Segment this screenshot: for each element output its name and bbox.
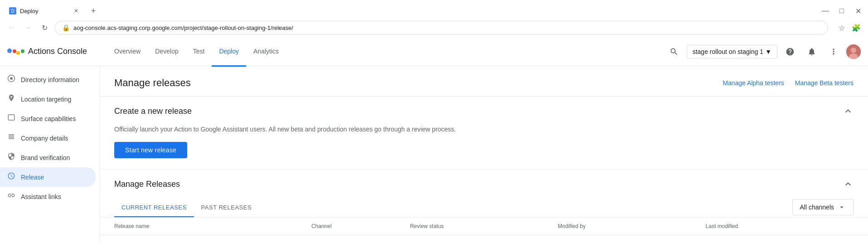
help-button[interactable] bbox=[781, 43, 799, 61]
assistant-links-icon bbox=[7, 191, 15, 202]
sidebar-label-brand-verification: Brand verification bbox=[21, 154, 70, 161]
project-selector[interactable]: stage rollout on staging 1 ▼ bbox=[687, 45, 777, 58]
create-release-section-header: Create a new release bbox=[100, 97, 868, 126]
project-dropdown-icon: ▼ bbox=[765, 48, 771, 55]
logo-dot-red bbox=[13, 49, 16, 53]
google-logo bbox=[7, 49, 24, 55]
tab-bar: D Deploy ✕ + — □ ✕ bbox=[0, 0, 868, 18]
channel-selector-label: All channels bbox=[800, 204, 834, 211]
location-targeting-icon bbox=[7, 94, 15, 104]
search-button[interactable] bbox=[665, 43, 683, 61]
nav-analytics[interactable]: Analytics bbox=[246, 38, 286, 67]
sidebar-label-directory-information: Directory information bbox=[21, 76, 79, 83]
browser-tab[interactable]: D Deploy ✕ bbox=[4, 4, 85, 18]
tab-favicon: D bbox=[9, 7, 16, 15]
sidebar-item-company-details[interactable]: Company details bbox=[0, 128, 96, 148]
create-release-title: Create a new release bbox=[114, 107, 192, 116]
minimize-button[interactable]: — bbox=[819, 5, 832, 17]
forward-button[interactable]: → bbox=[22, 21, 34, 34]
svg-point-4 bbox=[10, 77, 13, 80]
sidebar-item-directory-information[interactable]: Directory information bbox=[0, 70, 96, 89]
directory-information-icon bbox=[7, 74, 15, 85]
tabs-left: CURRENT RELEASES PAST RELEASES bbox=[114, 199, 259, 217]
svg-rect-5 bbox=[8, 115, 15, 120]
project-name: stage rollout on staging 1 bbox=[693, 48, 763, 55]
channel-selector[interactable]: All channels bbox=[792, 199, 854, 215]
start-new-release-button[interactable]: Start new release bbox=[114, 142, 187, 158]
sidebar-label-location-targeting: Location targeting bbox=[21, 96, 71, 103]
browser-chrome: D Deploy ✕ + — □ ✕ ← → ↻ 🔒 aog-console.a… bbox=[0, 0, 868, 37]
create-release-body: Officially launch your Action to Google … bbox=[100, 126, 868, 169]
main-nav: Overview Develop Test Deploy Analytics bbox=[107, 37, 665, 66]
sidebar-item-surface-capabilities[interactable]: Surface capabilities bbox=[0, 109, 96, 128]
create-release-description: Officially launch your Action to Google … bbox=[114, 126, 853, 133]
manage-beta-testers-link[interactable]: Manage Beta testers bbox=[795, 79, 853, 87]
logo-area: Actions Console bbox=[7, 47, 107, 56]
table-col-review-status: Review status bbox=[410, 223, 558, 229]
release-icon bbox=[7, 172, 15, 182]
address-bar: ← → ↻ 🔒 aog-console.acs-staging.corp.goo… bbox=[0, 18, 868, 37]
sidebar-label-surface-capabilities: Surface capabilities bbox=[21, 115, 76, 122]
company-details-icon bbox=[7, 133, 15, 143]
user-avatar[interactable] bbox=[846, 44, 861, 59]
sidebar-label-company-details: Company details bbox=[21, 135, 68, 142]
nav-right: stage rollout on staging 1 ▼ bbox=[665, 43, 861, 61]
svg-point-1 bbox=[851, 48, 856, 53]
sidebar-label-release: Release bbox=[21, 174, 44, 181]
top-nav: Actions Console Overview Develop Test De… bbox=[0, 37, 868, 66]
table-col-release-name: Release name bbox=[114, 223, 311, 229]
browser-actions: ☆ 🧩 bbox=[835, 21, 863, 34]
table-col-channel: Channel bbox=[311, 223, 410, 229]
maximize-button[interactable]: □ bbox=[835, 5, 848, 17]
brand-verification-icon bbox=[7, 152, 15, 163]
manage-releases-collapse-button[interactable] bbox=[843, 179, 853, 190]
table-col-modified-by: Modified by bbox=[558, 223, 706, 229]
new-tab-button[interactable]: + bbox=[87, 5, 100, 17]
nav-overview[interactable]: Overview bbox=[107, 38, 148, 67]
notifications-button[interactable] bbox=[803, 43, 821, 61]
app-title: Actions Console bbox=[28, 47, 87, 56]
surface-capabilities-icon bbox=[7, 113, 15, 124]
manage-alpha-testers-link[interactable]: Manage Alpha testers bbox=[723, 79, 784, 87]
url-text: aog-console.acs-staging.corp.google.com/… bbox=[73, 24, 293, 31]
sidebar: Directory information Location targeting… bbox=[0, 66, 100, 243]
sidebar-label-assistant-links: Assistant links bbox=[21, 193, 61, 200]
bookmark-button[interactable]: ☆ bbox=[835, 21, 848, 34]
tabs-bar: CURRENT RELEASES PAST RELEASES All chann… bbox=[100, 199, 868, 218]
back-button[interactable]: ← bbox=[5, 21, 18, 34]
sidebar-item-location-targeting[interactable]: Location targeting bbox=[0, 89, 96, 109]
page-header: Manage releases Manage Alpha testers Man… bbox=[100, 66, 868, 97]
sidebar-item-release[interactable]: Release bbox=[0, 167, 96, 187]
tab-current-releases[interactable]: CURRENT RELEASES bbox=[114, 199, 194, 217]
tab-title: Deploy bbox=[20, 8, 38, 15]
table-col-last-modified: Last modified bbox=[706, 223, 853, 229]
logo-dot-yellow bbox=[16, 51, 20, 55]
nav-test[interactable]: Test bbox=[186, 38, 212, 67]
extensions-button[interactable]: 🧩 bbox=[850, 21, 863, 34]
header-links: Manage Alpha testers Manage Beta testers bbox=[723, 79, 853, 87]
tab-past-releases[interactable]: PAST RELEASES bbox=[194, 199, 259, 217]
manage-releases-header: Manage Releases bbox=[100, 170, 868, 199]
nav-deploy[interactable]: Deploy bbox=[212, 38, 246, 67]
app-container: Actions Console Overview Develop Test De… bbox=[0, 37, 868, 243]
body-layout: Directory information Location targeting… bbox=[0, 66, 868, 243]
more-options-button[interactable] bbox=[824, 43, 843, 61]
channel-selector-dropdown-icon bbox=[838, 203, 846, 211]
create-release-collapse-button[interactable] bbox=[843, 106, 853, 117]
sidebar-item-assistant-links[interactable]: Assistant links bbox=[0, 187, 96, 206]
table-header: Release name Channel Review status Modif… bbox=[100, 218, 868, 235]
lock-icon: 🔒 bbox=[62, 24, 70, 31]
manage-releases-title: Manage Releases bbox=[114, 180, 180, 189]
sidebar-item-brand-verification[interactable]: Brand verification bbox=[0, 148, 96, 167]
main-content: Manage releases Manage Alpha testers Man… bbox=[100, 66, 868, 243]
tab-close-button[interactable]: ✕ bbox=[73, 7, 80, 15]
logo-dot-blue bbox=[7, 49, 12, 53]
reload-button[interactable]: ↻ bbox=[38, 21, 51, 34]
create-release-section: Create a new release Officially launch y… bbox=[100, 97, 868, 170]
page-title: Manage releases bbox=[114, 77, 191, 89]
nav-develop[interactable]: Develop bbox=[148, 38, 185, 67]
manage-releases-section: Manage Releases CURRENT RELEASES PAST RE… bbox=[100, 170, 868, 235]
logo-dot-green bbox=[21, 49, 24, 53]
close-button[interactable]: ✕ bbox=[852, 5, 864, 17]
url-bar[interactable]: 🔒 aog-console.acs-staging.corp.google.co… bbox=[54, 21, 828, 34]
